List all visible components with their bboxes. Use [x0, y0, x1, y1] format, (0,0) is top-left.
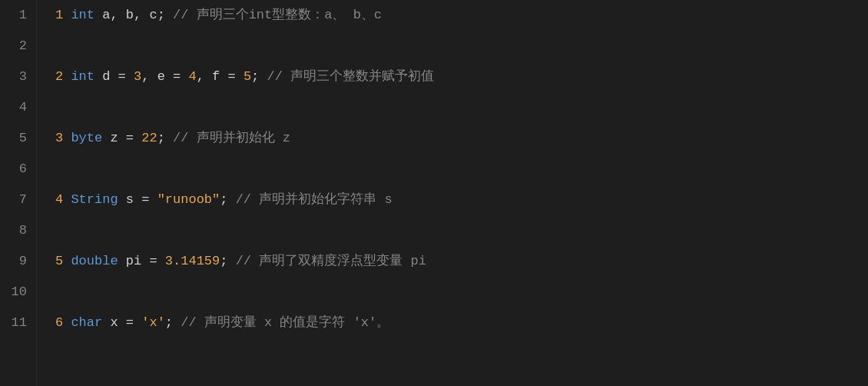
plain-token: d =	[94, 66, 134, 87]
cmt-token: // 声明并初始化 z	[173, 128, 290, 148]
line-number: 1	[0, 0, 36, 31]
cmt-token: // 声明并初始化字符串 s	[236, 189, 393, 210]
code-line	[55, 154, 868, 185]
cmt-token: // 声明三个整数并赋予初值	[267, 66, 434, 87]
code-line: 5 double pi = 3.14159; // 声明了双精度浮点型变量 pi	[55, 246, 868, 277]
codeNum-token: 3	[55, 128, 71, 148]
plain-token: ;	[220, 189, 235, 210]
kw-token: int	[71, 5, 94, 25]
code-line	[55, 31, 868, 62]
kw-token: char	[71, 312, 102, 333]
num-token: 5	[244, 66, 251, 87]
plain-token: , e =	[141, 66, 188, 87]
line-number: 6	[0, 154, 36, 185]
kw-token: double	[71, 251, 118, 271]
str-token: "runoob"	[157, 189, 220, 210]
kw-token: int	[71, 66, 94, 87]
codeNum-token: 4	[55, 189, 71, 210]
code-line: 1 int a, b, c; // 声明三个int型整数：a、 b、c	[55, 0, 868, 31]
plain-token: ;	[220, 251, 235, 271]
kw-token: byte	[71, 128, 102, 148]
kw-token: String	[71, 189, 118, 210]
code-editor: 1234567891011 1 int a, b, c; // 声明三个int型…	[0, 0, 868, 386]
line-number: 8	[0, 215, 36, 246]
line-number: 7	[0, 185, 36, 215]
plain-token: , f =	[197, 66, 244, 87]
plain-token: ;	[157, 128, 173, 148]
plain-token: x =	[102, 312, 141, 333]
plain-token: pi =	[118, 251, 165, 271]
codeNum-token: 6	[55, 312, 71, 333]
codeNum-token: 5	[55, 251, 71, 271]
line-number: 11	[0, 308, 36, 338]
plain-token: s =	[118, 189, 157, 210]
code-line: 6 char x = 'x'; // 声明变量 x 的值是字符 'x'。	[55, 308, 868, 338]
line-number: 5	[0, 123, 36, 154]
line-number: 2	[0, 31, 36, 62]
code-line	[55, 92, 868, 123]
codeNum-token: 1	[55, 5, 71, 25]
code-line: 4 String s = "runoob"; // 声明并初始化字符串 s	[55, 185, 868, 215]
code-line	[55, 215, 868, 246]
codeNum-token: 2	[55, 66, 71, 87]
cmt-token: // 声明三个int型整数：a、 b、c	[173, 5, 382, 25]
code-content: 1 int a, b, c; // 声明三个int型整数：a、 b、c2 int…	[37, 0, 868, 386]
cmt-token: // 声明变量 x 的值是字符 'x'。	[181, 312, 389, 333]
code-line	[55, 277, 868, 308]
line-number: 10	[0, 277, 36, 308]
plain-token: z =	[102, 128, 141, 148]
cmt-token: // 声明了双精度浮点型变量 pi	[236, 251, 426, 271]
plain-token: a, b, c;	[94, 5, 173, 25]
line-number: 4	[0, 92, 36, 123]
num-token: 4	[188, 66, 196, 87]
line-number: 9	[0, 246, 36, 277]
code-line: 3 byte z = 22; // 声明并初始化 z	[55, 123, 868, 154]
plain-token: ;	[165, 312, 181, 333]
num-token: 22	[141, 128, 157, 148]
line-number: 3	[0, 62, 36, 92]
line-number-gutter: 1234567891011	[0, 0, 37, 386]
str-token: 'x'	[141, 312, 165, 333]
plain-token: ;	[251, 66, 267, 87]
num-token: 3	[134, 66, 141, 87]
num-token: 3.14159	[165, 251, 220, 271]
code-line: 2 int d = 3, e = 4, f = 5; // 声明三个整数并赋予初…	[55, 62, 868, 92]
